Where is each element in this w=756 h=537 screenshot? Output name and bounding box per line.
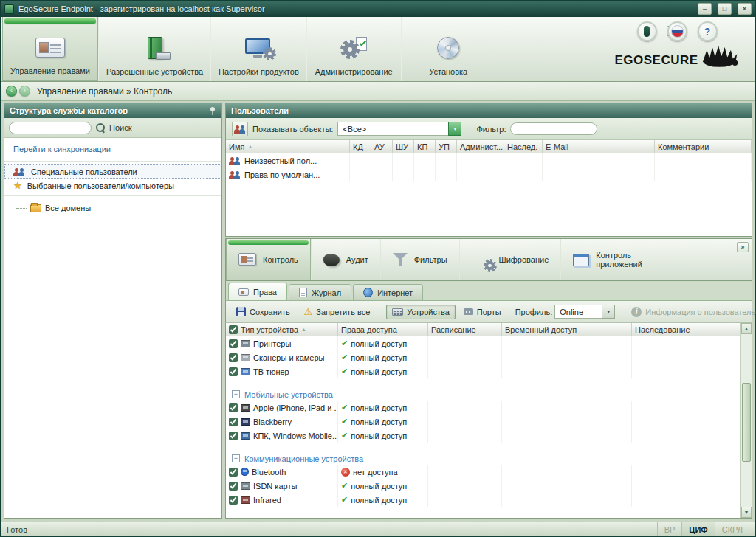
column-header[interactable]: Расписание <box>428 323 502 336</box>
table-row[interactable]: Неизвестный пол... - <box>226 153 752 167</box>
folder-icon <box>30 204 41 212</box>
ribbon-label: Управление правами <box>10 66 90 75</box>
column-header[interactable]: E-Mail <box>543 140 655 153</box>
row-checkbox[interactable] <box>229 339 238 348</box>
scroll-up-icon[interactable]: ▲ <box>741 323 752 334</box>
column-header[interactable]: Комментарии <box>655 140 752 153</box>
column-header[interactable]: Временный доступ <box>502 323 632 336</box>
users-icon <box>13 167 26 176</box>
table-row[interactable]: КПК, Windows Mobile... ✔полный доступ <box>226 429 740 443</box>
tab-rights[interactable]: Права <box>228 283 287 300</box>
column-header[interactable]: Наслед. <box>504 140 543 153</box>
tree-item-all-domains[interactable]: Все домены <box>16 204 221 212</box>
admin-cell: - <box>457 167 504 181</box>
column-header[interactable]: Админист... <box>457 140 504 153</box>
tab-encryption[interactable]: Шифрование <box>459 239 561 280</box>
row-checkbox[interactable] <box>229 496 238 505</box>
save-button[interactable]: Сохранить <box>230 304 296 319</box>
column-header[interactable]: КП <box>414 140 436 153</box>
table-row[interactable]: Bluetooth ✕нет доступа <box>226 465 740 479</box>
forward-button[interactable]: › <box>19 86 30 97</box>
filter-input[interactable] <box>510 122 597 135</box>
show-objects-dropdown[interactable]: <Все> ▼ <box>337 122 461 136</box>
maximize-button[interactable]: □ <box>718 3 732 15</box>
row-checkbox[interactable] <box>229 367 238 376</box>
table-row[interactable]: Принтеры ✔полный доступ <box>226 336 740 350</box>
sort-icon: ▲ <box>247 144 252 149</box>
sidebar-item-selected-users[interactable]: ★ Выбранные пользователи/компьютеры <box>4 179 221 193</box>
row-checkbox[interactable] <box>229 418 238 426</box>
user-info-button[interactable]: i Информация о пользователе <box>625 304 756 320</box>
column-header[interactable]: Имя▲ <box>226 140 350 153</box>
user-icon <box>229 156 241 165</box>
tab-journal[interactable]: Журнал <box>289 284 351 300</box>
ribbon-item-administration[interactable]: Администрирование <box>306 17 401 81</box>
row-checkbox[interactable] <box>229 432 238 440</box>
tab-audit[interactable]: Аудит <box>311 239 380 280</box>
minimize-button[interactable]: – <box>698 3 712 15</box>
sync-link[interactable]: Перейти к синхронизации <box>13 145 111 153</box>
tab-app-control[interactable]: Контроль приложений <box>560 239 671 280</box>
encryption-icon <box>472 250 492 269</box>
column-header[interactable]: Права доступа <box>338 323 428 336</box>
collapse-icon[interactable]: − <box>232 390 240 398</box>
pin-icon[interactable] <box>209 106 216 116</box>
vertical-scrollbar[interactable]: ▲ ▼ <box>740 323 752 518</box>
table-row[interactable]: Apple (iPhone, iPad и ... ✔полный доступ <box>226 401 740 415</box>
user-filter-button[interactable] <box>232 122 248 136</box>
ribbon-item-rights[interactable]: Управление правами <box>2 17 98 81</box>
table-row[interactable]: Сканеры и камеры ✔полный доступ <box>226 350 740 364</box>
row-checkbox[interactable] <box>229 468 238 477</box>
ribbon-item-allowed-devices[interactable]: Разрешенные устройства <box>98 17 210 81</box>
select-all-checkbox[interactable] <box>229 325 238 334</box>
table-row[interactable]: ТВ тюнер ✔полный доступ <box>226 364 740 378</box>
usb-stick-icon[interactable] <box>637 21 657 41</box>
column-header[interactable]: Наследование <box>632 323 740 336</box>
dropdown-arrow-icon[interactable]: ▼ <box>448 122 461 136</box>
table-row[interactable]: Infrared ✔полный доступ <box>226 493 740 507</box>
tab-filters[interactable]: Фильтры <box>380 239 459 280</box>
breadcrumb: Управление правами » Контроль <box>37 86 172 97</box>
row-checkbox[interactable] <box>229 353 238 362</box>
search-input[interactable] <box>9 122 92 134</box>
group-row-communication-devices[interactable]: − Коммуникационные устройства <box>226 452 740 465</box>
dropdown-arrow-icon[interactable]: ▼ <box>602 305 615 319</box>
check-icon: ✔ <box>341 418 348 426</box>
row-checkbox[interactable] <box>229 403 238 412</box>
scrollbar-thumb[interactable] <box>742 383 751 462</box>
profile-dropdown[interactable]: Online ▼ <box>554 305 615 319</box>
deny-all-button[interactable]: ⚠ Запретить все <box>298 304 377 319</box>
main-area: Структура службы каталогов Поиск Перейти… <box>1 101 755 522</box>
isdn-icon <box>241 482 250 490</box>
search-icon[interactable] <box>96 123 105 132</box>
tab-internet[interactable]: Интернет <box>353 284 423 300</box>
table-row[interactable]: ISDN карты ✔полный доступ <box>226 479 740 493</box>
table-row[interactable]: Права по умолчан... - <box>226 167 752 181</box>
column-header[interactable]: УП <box>436 140 457 153</box>
scroll-down-icon[interactable]: ▼ <box>741 507 752 518</box>
admin-gear-icon <box>340 32 367 63</box>
table-row[interactable]: Blackberry ✔полный доступ <box>226 415 740 429</box>
ports-button[interactable]: Порты <box>458 305 507 319</box>
collapse-icon[interactable]: − <box>232 454 240 462</box>
row-checkbox[interactable] <box>229 482 238 491</box>
column-header[interactable]: АУ <box>371 140 393 153</box>
ribbon-item-install[interactable]: Установка <box>401 17 495 81</box>
devices-button[interactable]: Устройства <box>386 305 456 319</box>
feature-ribbon-more-button[interactable]: » <box>737 242 749 252</box>
language-flag-icon[interactable] <box>667 21 687 41</box>
help-icon[interactable]: ? <box>698 21 718 41</box>
sidebar-item-special-users[interactable]: Специальные пользователи <box>4 164 221 179</box>
column-header[interactable]: КД <box>350 140 371 153</box>
bluetooth-icon <box>241 468 249 476</box>
ribbon-item-product-settings[interactable]: Настройки продуктов <box>210 17 306 81</box>
group-row-mobile-devices[interactable]: − Мобильные устройства <box>226 388 740 401</box>
users-table-header: Имя▲ КД АУ ШУ КП УП Админист... Наслед. … <box>226 140 752 153</box>
show-objects-label: Показывать объекты: <box>252 125 333 134</box>
close-button[interactable]: ✕ <box>738 3 752 15</box>
back-button[interactable]: ‹ <box>6 86 17 97</box>
column-header[interactable]: ШУ <box>393 140 414 153</box>
column-header[interactable]: Тип устройства ▲ <box>226 323 338 336</box>
tab-control[interactable]: Контроль <box>226 239 311 280</box>
scrollbar-track[interactable] <box>741 334 752 507</box>
